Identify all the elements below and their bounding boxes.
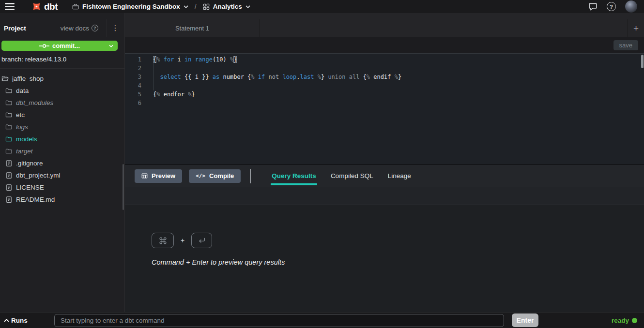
panel-tab-query-results[interactable]: Query Results	[264, 165, 323, 187]
project-switcher[interactable]: Analytics	[203, 3, 250, 10]
file-icon	[5, 160, 13, 167]
kebab-menu-icon[interactable]	[109, 19, 122, 37]
folder-icon	[5, 135, 13, 143]
panel-tabs: Query ResultsCompiled SQLLineage	[264, 165, 418, 187]
tree-item-dbt-project-yml[interactable]: dbt_project.yml	[0, 169, 124, 181]
main-area: Statement 1 save 1{% for i in range(10) …	[125, 13, 644, 312]
briefcase-icon	[72, 3, 79, 10]
runs-toggle[interactable]: Runs	[4, 317, 54, 324]
tree-item-dbt-modules[interactable]: dbt_modules	[0, 97, 124, 109]
file-icon	[5, 172, 13, 179]
panel-toolbar: Preview </> Compile Query ResultsCompile…	[125, 165, 644, 187]
runs-label: Runs	[11, 317, 28, 324]
tree-item-label: data	[16, 87, 29, 94]
account-name: Fishtown Engineering Sandbox	[82, 3, 180, 10]
command-key-icon	[152, 233, 174, 248]
dbt-logo: dbt	[31, 1, 58, 12]
view-docs-link[interactable]: view docs	[61, 25, 98, 32]
help-icon[interactable]	[607, 2, 616, 11]
table-grid-icon	[141, 173, 148, 179]
folder-icon	[5, 99, 13, 106]
code-line-4[interactable]: 4	[125, 81, 644, 90]
folder-open-icon	[1, 75, 9, 82]
tree-item--gitignore[interactable]: .gitignore	[0, 157, 124, 169]
dbt-ide-app: dbt Fishtown Engineering Sandbox /	[0, 0, 644, 328]
sidebar-scrollbar[interactable]	[123, 164, 124, 210]
line-number: 3	[125, 73, 141, 81]
tree-item-logs[interactable]: logs	[0, 121, 124, 133]
status-dot-icon	[632, 318, 637, 323]
chevron-down-icon	[184, 5, 188, 8]
enter-button[interactable]: Enter	[512, 313, 538, 327]
hamburger-menu-icon[interactable]	[4, 1, 15, 11]
tree-item-label: models	[16, 135, 37, 143]
tree-item-license[interactable]: LICENSE	[0, 181, 124, 194]
line-number: 1	[125, 55, 141, 64]
folder-icon	[5, 148, 13, 155]
code-text: {% for i in range(10) %}	[153, 55, 237, 64]
editor-scrollbar[interactable]	[641, 55, 644, 68]
status-indicator: ready	[612, 317, 637, 324]
preview-button[interactable]: Preview	[135, 169, 182, 183]
commit-button[interactable]: commit...	[1, 41, 118, 51]
dbt-command-input[interactable]	[54, 314, 504, 327]
code-slash-icon: </>	[196, 173, 205, 179]
save-button[interactable]: save	[613, 40, 638, 50]
git-commit-icon	[39, 44, 49, 48]
file-icon	[5, 184, 13, 191]
code-text: {% endfor %}	[153, 90, 195, 99]
toolbar-divider	[250, 169, 251, 183]
sidebar-header: Project view docs	[0, 13, 124, 37]
code-line-3[interactable]: 3 select {{ i }} as number {% if not loo…	[125, 73, 644, 81]
plus-separator: +	[181, 237, 184, 244]
status-label: ready	[612, 317, 629, 324]
dbt-logo-icon	[31, 1, 42, 12]
tree-item-etc[interactable]: etc	[0, 109, 124, 121]
editor-tab-statement-1[interactable]: Statement 1	[125, 19, 260, 37]
file-tree: jaffle_shopdatadbt_modulesetclogsmodelst…	[0, 69, 124, 206]
tree-item-label: dbt_project.yml	[16, 172, 61, 179]
compile-button[interactable]: </> Compile	[189, 169, 241, 183]
breadcrumb-separator: /	[195, 3, 197, 11]
view-docs-label: view docs	[61, 25, 89, 32]
tree-item-label: jaffle_shop	[12, 75, 44, 82]
avatar[interactable]	[625, 0, 637, 13]
question-circle-icon	[92, 25, 98, 31]
tree-item-label: dbt_modules	[16, 99, 53, 106]
panel-tab-compiled-sql[interactable]: Compiled SQL	[323, 165, 381, 187]
code-line-2[interactable]: 2	[125, 64, 644, 73]
tree-item-target[interactable]: target	[0, 145, 124, 157]
account-switcher[interactable]: Fishtown Engineering Sandbox	[72, 3, 188, 10]
editor-tab-label: Statement 1	[175, 25, 209, 32]
grid-icon	[203, 3, 210, 10]
tree-item-label: .gitignore	[16, 160, 43, 167]
tree-item-label: logs	[16, 123, 28, 131]
tree-item-label: target	[16, 148, 33, 155]
sidebar: Project view docs commit...	[0, 13, 125, 312]
dbt-logo-text: dbt	[44, 2, 58, 11]
content: Project view docs commit...	[0, 13, 644, 312]
tree-item-jaffle-shop[interactable]: jaffle_shop	[0, 73, 124, 85]
header-divider	[107, 19, 107, 37]
branch-label: branch: release/4.13.0	[1, 56, 124, 63]
line-number: 4	[125, 81, 141, 90]
chevron-down-icon	[109, 45, 113, 47]
compile-label: Compile	[209, 172, 234, 179]
tree-item-readme-md[interactable]: README.md	[0, 194, 124, 206]
code-line-5[interactable]: 5{% endfor %}	[125, 90, 644, 99]
panel-tab-lineage[interactable]: Lineage	[381, 165, 418, 187]
chat-icon[interactable]	[588, 2, 598, 11]
code-line-1[interactable]: 1{% for i in range(10) %}	[125, 55, 644, 64]
tree-item-models[interactable]: models	[0, 133, 124, 145]
line-number: 6	[125, 99, 141, 107]
tree-item-label: LICENSE	[16, 184, 44, 191]
code-editor[interactable]: 1{% for i in range(10) %}23 select {{ i …	[125, 53, 644, 165]
topbar-right	[588, 0, 637, 13]
code-line-6[interactable]: 6	[125, 99, 644, 107]
panel-subrow	[125, 187, 644, 205]
return-key-icon	[191, 233, 212, 248]
tree-item-data[interactable]: data	[0, 85, 124, 97]
statusbar: Runs Enter ready	[0, 312, 644, 328]
shortcut-keys: +	[152, 233, 644, 248]
new-tab-button[interactable]	[628, 19, 644, 37]
